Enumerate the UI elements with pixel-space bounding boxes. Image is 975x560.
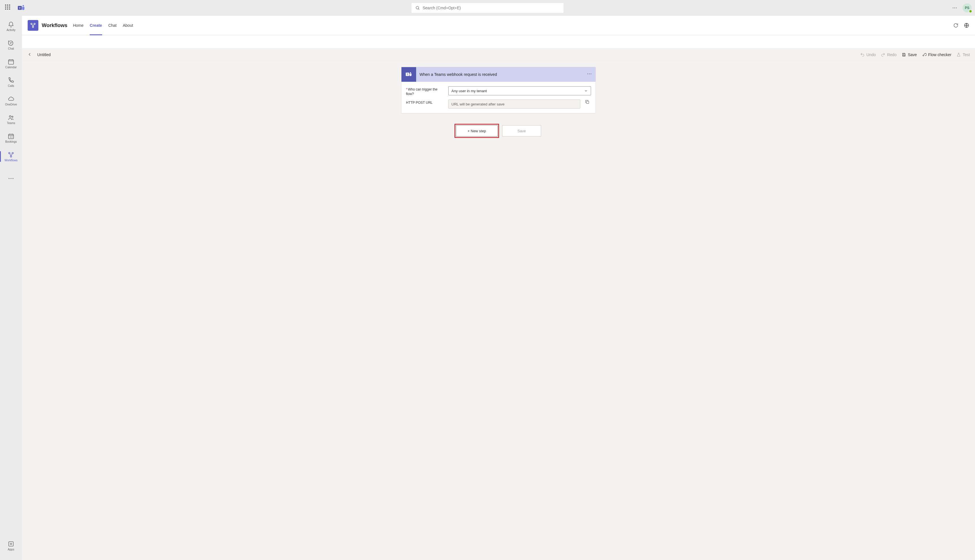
rail-item-calls[interactable]: Calls [0, 73, 22, 92]
rail-item-label: Teams [7, 122, 15, 125]
tab-home[interactable]: Home [73, 16, 83, 35]
rail-item-label: OneDrive [5, 103, 17, 106]
rail-item-label: Activity [7, 28, 15, 32]
rail-item-calendar[interactable]: Calendar [0, 54, 22, 73]
svg-point-15 [10, 178, 11, 179]
left-rail: Activity Chat Calendar Calls OneDrive Te… [0, 16, 22, 560]
field-label-who: *Who can trigger the flow? [406, 86, 446, 96]
rail-item-label: Calendar [5, 66, 17, 69]
save-button[interactable]: Save [902, 52, 917, 57]
svg-point-9 [12, 116, 13, 117]
globe-icon[interactable] [964, 23, 969, 28]
svg-point-6 [956, 8, 957, 8]
trigger-header[interactable]: T When a Teams webhook request is receiv… [401, 67, 596, 82]
avatar[interactable]: PS [963, 3, 972, 12]
svg-point-2 [23, 5, 24, 7]
waffle-icon[interactable] [5, 5, 12, 11]
svg-point-13 [10, 156, 12, 157]
rail-more[interactable] [0, 169, 22, 188]
rail-item-label: Apps [8, 548, 14, 551]
svg-point-3 [416, 7, 419, 9]
flow-title[interactable]: Untitled [37, 52, 50, 57]
search-input[interactable] [422, 6, 560, 10]
app-header: Workflows Home Create Chat About [22, 16, 975, 35]
new-step-button[interactable]: + New step [456, 125, 498, 137]
app-title: Workflows [42, 23, 67, 28]
avatar-initials: PS [965, 6, 969, 10]
test-button: Test [957, 52, 970, 57]
trigger-card: T When a Teams webhook request is receiv… [401, 67, 596, 113]
save-flow-button[interactable]: Save [502, 125, 541, 137]
tab-chat[interactable]: Chat [109, 16, 117, 35]
flow-toolbar: Untitled Undo Redo Save Flow checker Tes… [22, 48, 975, 61]
undo-button: Undo [860, 52, 876, 57]
rail-item-teams[interactable]: Teams [0, 110, 22, 128]
titlebar: T PS [0, 0, 975, 16]
trigger-title: When a Teams webhook request is received [419, 72, 586, 77]
workflows-app-icon [28, 20, 38, 31]
rail-item-apps[interactable]: Apps [0, 536, 22, 555]
svg-point-4 [953, 8, 953, 8]
rail-item-label: Calls [8, 84, 14, 87]
app-body: Workflows Home Create Chat About Untitle… [22, 16, 975, 560]
svg-point-25 [588, 73, 588, 75]
rail-item-onedrive[interactable]: OneDrive [0, 92, 22, 110]
rail-item-label: Workflows [5, 159, 17, 162]
trigger-menu-icon[interactable] [586, 71, 592, 78]
rail-item-bookings[interactable]: Bookings [0, 128, 22, 147]
svg-text:T: T [19, 7, 21, 10]
designer-canvas: T When a Teams webhook request is receiv… [22, 61, 975, 560]
rail-item-workflows[interactable]: Workflows [0, 147, 22, 166]
svg-point-5 [954, 8, 955, 8]
rail-item-label: Bookings [5, 140, 17, 143]
search-icon [415, 6, 420, 10]
rail-item-activity[interactable]: Activity [0, 17, 22, 35]
search-input-wrap[interactable] [411, 3, 564, 13]
sub-header [22, 35, 975, 48]
copy-url-button[interactable] [583, 100, 591, 104]
svg-point-8 [9, 116, 11, 117]
refresh-icon[interactable] [953, 23, 958, 28]
who-can-trigger-select[interactable]: Any user in my tenant [448, 86, 591, 95]
svg-point-26 [589, 73, 590, 75]
svg-point-16 [12, 178, 13, 179]
svg-rect-28 [586, 101, 589, 104]
svg-point-20 [32, 26, 34, 28]
http-post-url-field: URL will be generated after save [448, 100, 580, 108]
svg-point-27 [591, 73, 592, 75]
redo-button: Redo [881, 52, 896, 57]
svg-point-24 [410, 72, 411, 73]
teams-logo: T [17, 3, 26, 12]
tab-about[interactable]: About [123, 16, 133, 35]
svg-text:T: T [407, 73, 408, 76]
back-button[interactable] [27, 52, 32, 58]
chevron-down-icon [584, 89, 588, 93]
svg-point-14 [8, 178, 9, 179]
svg-rect-10 [8, 134, 13, 139]
rail-item-label: Chat [8, 47, 14, 50]
titlebar-more-icon[interactable] [952, 5, 958, 11]
tab-create[interactable]: Create [90, 16, 102, 35]
rail-item-chat[interactable]: Chat [0, 35, 22, 54]
field-label-url: HTTP POST URL [406, 100, 446, 105]
presence-available-icon [969, 10, 972, 13]
svg-rect-7 [8, 60, 13, 64]
teams-connector-icon: T [401, 67, 416, 82]
flow-checker-button[interactable]: Flow checker [922, 52, 951, 57]
